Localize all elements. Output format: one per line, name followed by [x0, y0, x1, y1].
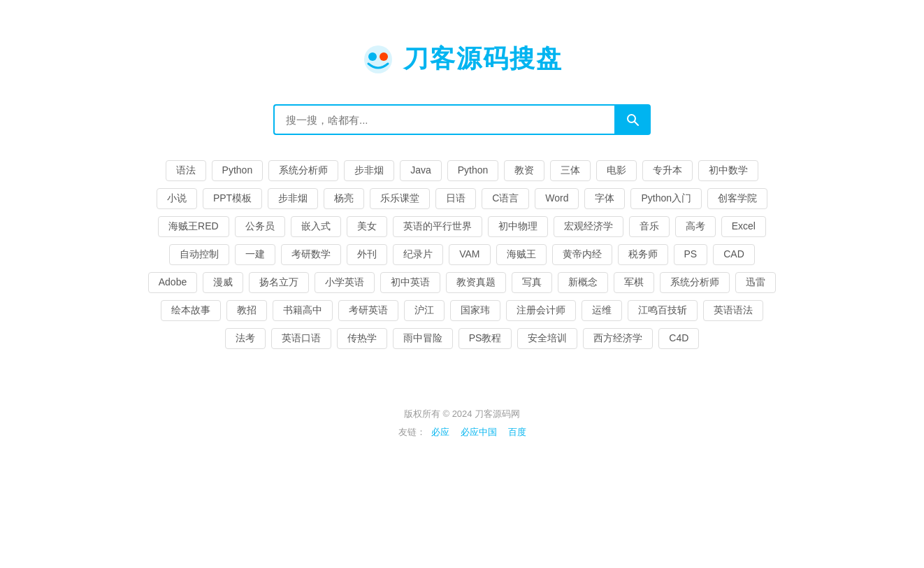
tag-item[interactable]: 注册会计师	[506, 300, 576, 321]
search-input[interactable]	[273, 104, 614, 135]
tag-item[interactable]: 海贼王RED	[158, 216, 229, 237]
tag-item[interactable]: 美女	[347, 216, 387, 237]
site-title: 刀客源码搜盘	[403, 42, 563, 76]
svg-point-1	[368, 52, 377, 61]
tag-item[interactable]: C语言	[482, 188, 529, 209]
tag-item[interactable]: 一建	[235, 244, 275, 265]
tag-item[interactable]: 运维	[582, 300, 622, 321]
tag-item[interactable]: 公务员	[235, 216, 285, 237]
tag-item[interactable]: 法考	[225, 328, 266, 349]
tag-item[interactable]: PS	[674, 244, 708, 265]
tag-item[interactable]: 高考	[675, 216, 716, 237]
tag-item[interactable]: Word	[535, 188, 579, 209]
footer: 版权所有 © 2024 刀客源码网 友链： 必应 必应中国 百度	[398, 405, 526, 441]
tag-item[interactable]: 书籍高中	[273, 300, 333, 321]
tag-item[interactable]: 字体	[584, 188, 625, 209]
tag-item[interactable]: 英语语法	[703, 300, 763, 321]
tag-item[interactable]: 系统分析师	[268, 160, 338, 181]
tag-item[interactable]: 雨中冒险	[393, 328, 453, 349]
tag-item[interactable]: 小学英语	[315, 272, 375, 293]
tag-item[interactable]: 步非烟	[268, 188, 318, 209]
tag-item[interactable]: 绘本故事	[161, 300, 221, 321]
tag-item[interactable]: Python	[212, 160, 264, 181]
tag-item[interactable]: 专升本	[642, 160, 693, 181]
copyright-text: 版权所有 © 2024 刀客源码网	[398, 405, 526, 423]
tag-item[interactable]: 国家玮	[450, 300, 500, 321]
tag-item[interactable]: 电影	[596, 160, 637, 181]
tag-item[interactable]: 教招	[226, 300, 267, 321]
tag-item[interactable]: 语法	[166, 160, 206, 181]
tag-item[interactable]: 税务师	[618, 244, 668, 265]
footer-links: 友链： 必应 必应中国 百度	[398, 423, 526, 441]
tag-item[interactable]: VAM	[449, 244, 490, 265]
tag-item[interactable]: 音乐	[629, 216, 670, 237]
tag-item[interactable]: 新概念	[558, 272, 608, 293]
logo-area: 刀客源码搜盘	[361, 42, 563, 76]
tag-item[interactable]: 黄帝内经	[552, 244, 612, 265]
tag-item[interactable]: 初中英语	[380, 272, 440, 293]
tag-item[interactable]: 英语口语	[271, 328, 331, 349]
tag-item[interactable]: Java	[400, 160, 442, 181]
tag-item[interactable]: 宏观经济学	[554, 216, 623, 237]
tag-item[interactable]: 迅雷	[735, 272, 776, 293]
tag-item[interactable]: 英语的平行世界	[393, 216, 482, 237]
svg-line-4	[635, 122, 638, 125]
logo-icon	[361, 43, 395, 76]
tag-item[interactable]: Excel	[721, 216, 766, 237]
search-icon	[626, 113, 640, 127]
tag-item[interactable]: C4D	[658, 328, 699, 349]
friends-label: 友链：	[398, 423, 426, 441]
tag-item[interactable]: 漫威	[203, 272, 243, 293]
tag-item[interactable]: CAD	[713, 244, 755, 265]
tag-item[interactable]: PS教程	[459, 328, 512, 349]
tag-item[interactable]: 步非烟	[344, 160, 394, 181]
tag-item[interactable]: 乐乐课堂	[370, 188, 430, 209]
tags-container: 语法Python系统分析师步非烟JavaPython教资三体电影专升本初中数学小…	[147, 160, 777, 349]
tag-item[interactable]: 初中数学	[698, 160, 758, 181]
tag-item[interactable]: 小说	[157, 188, 197, 209]
svg-point-0	[364, 45, 392, 73]
tag-item[interactable]: 军棋	[614, 272, 654, 293]
tag-item[interactable]: Python	[447, 160, 499, 181]
tag-item[interactable]: 杨亮	[324, 188, 364, 209]
tag-item[interactable]: 扬名立万	[249, 272, 309, 293]
tag-item[interactable]: 西方经济学	[583, 328, 653, 349]
tag-item[interactable]: 教资	[504, 160, 544, 181]
tag-item[interactable]: Python入门	[630, 188, 702, 209]
tag-item[interactable]: 海贼王	[496, 244, 547, 265]
tag-item[interactable]: 安全培训	[517, 328, 577, 349]
tag-item[interactable]: 系统分析师	[660, 272, 730, 293]
svg-point-2	[380, 52, 388, 61]
tag-item[interactable]: Adobe	[148, 272, 197, 293]
tag-item[interactable]: 日语	[435, 188, 476, 209]
tag-item[interactable]: 江鸣百技斩	[628, 300, 698, 321]
footer-link-bingchina[interactable]: 必应中国	[461, 423, 497, 441]
footer-link-baidu[interactable]: 百度	[508, 423, 526, 441]
tag-item[interactable]: 纪录片	[393, 244, 443, 265]
tag-item[interactable]: 初中物理	[488, 216, 548, 237]
tag-item[interactable]: 写真	[512, 272, 552, 293]
tag-item[interactable]: 考研英语	[338, 300, 398, 321]
tag-item[interactable]: PPT模板	[203, 188, 262, 209]
tag-item[interactable]: 三体	[550, 160, 591, 181]
search-bar	[273, 104, 651, 135]
tag-item[interactable]: 创客学院	[707, 188, 767, 209]
tag-item[interactable]: 传热学	[337, 328, 387, 349]
search-button[interactable]	[614, 104, 651, 135]
tag-item[interactable]: 教资真题	[446, 272, 506, 293]
tag-item[interactable]: 外刊	[347, 244, 387, 265]
tag-item[interactable]: 考研数学	[281, 244, 341, 265]
footer-link-bingying[interactable]: 必应	[431, 423, 449, 441]
tag-item[interactable]: 沪江	[404, 300, 445, 321]
tag-item[interactable]: 自动控制	[169, 244, 229, 265]
tag-item[interactable]: 嵌入式	[291, 216, 341, 237]
